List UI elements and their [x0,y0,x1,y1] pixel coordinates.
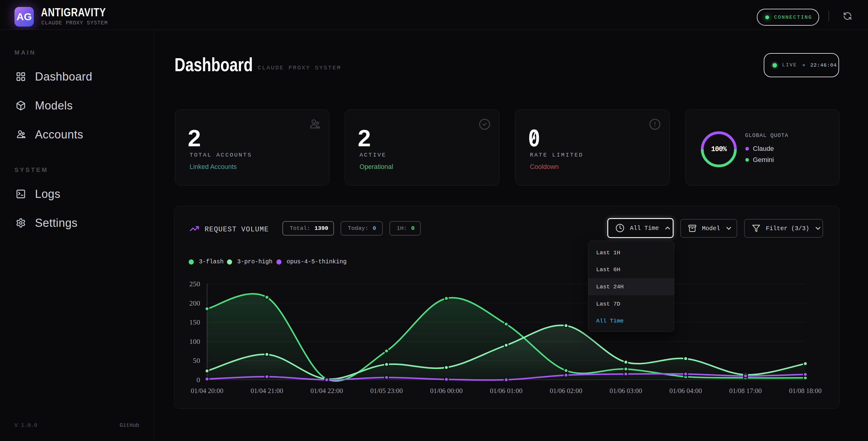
svg-text:01/05 23:00: 01/05 23:00 [370,387,403,394]
svg-text:01/04 22:00: 01/04 22:00 [310,387,343,394]
svg-text:50: 50 [193,356,200,364]
svg-text:01/06 04:00: 01/06 04:00 [670,387,702,394]
svg-text:200: 200 [189,299,200,307]
svg-text:01/06 03:00: 01/06 03:00 [610,387,642,394]
svg-text:01/08 17:00: 01/08 17:00 [729,387,762,394]
svg-text:01/04 20:00: 01/04 20:00 [191,387,223,394]
svg-text:01/06 02:00: 01/06 02:00 [550,387,582,394]
svg-text:01/06 01:00: 01/06 01:00 [490,387,522,394]
svg-text:01/04 21:00: 01/04 21:00 [250,387,283,394]
svg-text:01/06 00:00: 01/06 00:00 [430,387,463,394]
svg-text:01/08 18:00: 01/08 18:00 [789,387,822,394]
svg-text:250: 250 [189,280,200,288]
svg-text:0: 0 [196,376,200,384]
svg-text:150: 150 [189,318,200,326]
svg-text:100: 100 [189,337,200,345]
